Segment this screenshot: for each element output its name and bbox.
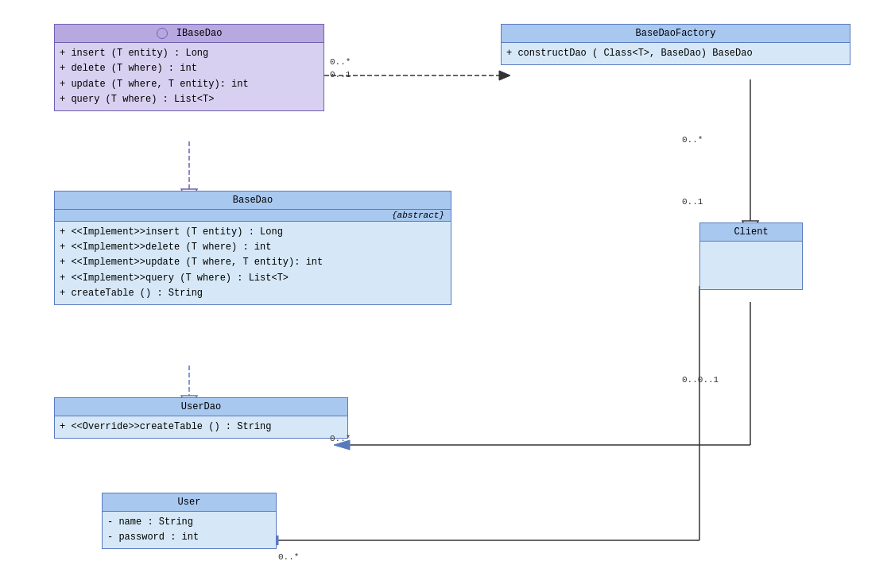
basedaofactory-body: + constructDao ( Class<T>, BaseDao) Base… <box>502 43 850 64</box>
mult-4: 0..1 <box>682 197 703 207</box>
mult-2: 0..1 <box>330 70 351 79</box>
userdao-title: UserDao <box>181 401 221 412</box>
basedao-method-2: + <<Implement>>delete (T where) : int <box>60 240 446 255</box>
basedao-class: BaseDao {abstract} + <<Implement>>insert… <box>54 191 451 305</box>
ibasedao-header: IBaseDao <box>55 25 324 43</box>
interface-icon <box>157 28 168 39</box>
mult-6: 0..* <box>330 434 351 443</box>
basedao-header: BaseDao <box>55 191 451 210</box>
basedao-method-5: + createTable () : String <box>60 286 446 301</box>
basedaofactory-header: BaseDaoFactory <box>502 25 850 43</box>
user-class: User - name : String - password : int <box>102 493 277 549</box>
client-class: Client <box>699 222 803 290</box>
user-field-1: - name : String <box>107 515 271 530</box>
mult-3: 0..* <box>682 135 703 145</box>
svg-marker-1 <box>499 71 510 80</box>
userdao-class: UserDao + <<Override>>createTable () : S… <box>54 397 348 439</box>
userdao-header: UserDao <box>55 398 347 416</box>
basedao-stereotype: {abstract} <box>55 210 451 222</box>
client-title: Client <box>734 226 768 238</box>
method-2: + delete (T where) : int <box>60 61 319 76</box>
basedaofactory-title: BaseDaoFactory <box>636 28 716 39</box>
mult-5: 0..0..1 <box>682 375 719 385</box>
method-1: + insert (T entity) : Long <box>60 46 319 61</box>
basedaofactory-class: BaseDaoFactory + constructDao ( Class<T>… <box>501 24 850 65</box>
ibasedao-body: + insert (T entity) : Long + delete (T w… <box>55 43 324 110</box>
basedao-method-3: + <<Implement>>update (T where, T entity… <box>60 255 446 270</box>
user-title: User <box>178 497 201 508</box>
method-4: + query (T where) : List<T> <box>60 92 319 107</box>
userdao-method-1: + <<Override>>createTable () : String <box>60 420 343 435</box>
basedaofactory-method-1: + constructDao ( Class<T>, BaseDao) Base… <box>506 46 845 61</box>
basedao-method-1: + <<Implement>>insert (T entity) : Long <box>60 225 446 240</box>
user-field-2: - password : int <box>107 530 271 545</box>
mult-7: 0..* <box>278 552 299 562</box>
basedao-title: BaseDao <box>233 195 273 206</box>
method-3: + update (T where, T entity): int <box>60 77 319 92</box>
ibasedao-title: IBaseDao <box>176 28 223 39</box>
uml-diagram: IBaseDao + insert (T entity) : Long + de… <box>0 0 895 588</box>
user-header: User <box>103 493 276 512</box>
client-body <box>700 242 802 289</box>
ibasedao-class: IBaseDao + insert (T entity) : Long + de… <box>54 24 324 111</box>
user-body: - name : String - password : int <box>103 512 276 548</box>
basedao-body: + <<Implement>>insert (T entity) : Long … <box>55 222 451 304</box>
mult-1: 0..* <box>330 57 351 67</box>
userdao-body: + <<Override>>createTable () : String <box>55 416 347 438</box>
basedao-method-4: + <<Implement>>query (T where) : List<T> <box>60 271 446 286</box>
client-header: Client <box>700 223 802 242</box>
